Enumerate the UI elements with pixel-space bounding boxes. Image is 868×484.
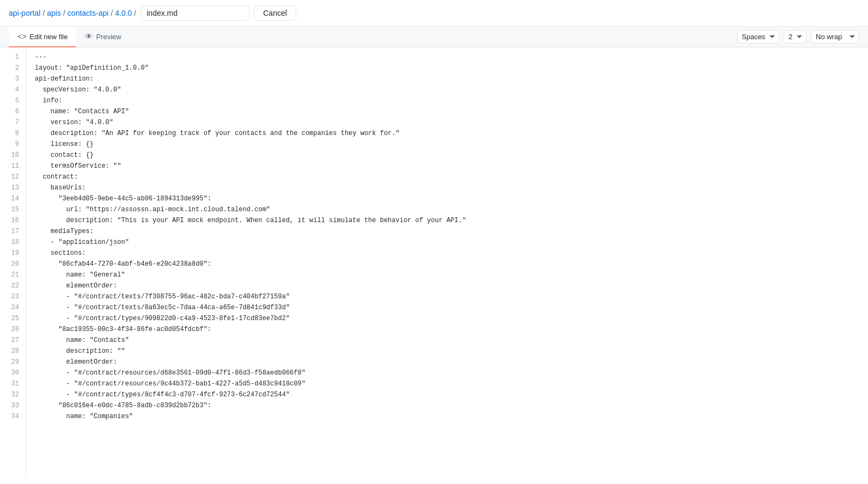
line-number: 20 (0, 259, 26, 269)
top-nav: api-portal / apis / contacts-api / 4.0.0… (0, 0, 868, 27)
code-line: specVersion: "4.0.0" (35, 84, 868, 95)
code-content[interactable]: ---layout: "apiDefinition_1.0.0"api-defi… (26, 47, 868, 478)
editor-tabs-bar: <> Edit new file 👁 Preview Spaces Tabs 2… (0, 27, 868, 47)
line-number: 29 (0, 357, 26, 367)
code-line: - "#/contract/types/909822d0-c4a9-4523-8… (35, 313, 868, 324)
tab-edit-label: Edit new file (29, 33, 68, 41)
line-number: 10 (0, 150, 26, 161)
code-line: - "#/contract/texts/8a63ec5c-7daa-44ca-a… (35, 302, 868, 313)
line-number: 1 (0, 52, 26, 63)
line-numbers: 1234567891011121314151617181920212223242… (0, 47, 26, 478)
code-line: contact: {} (35, 150, 868, 161)
code-line: mediaTypes: (35, 226, 868, 237)
code-line: - "#/contract/texts/7f308755-96ac-482c-b… (35, 291, 868, 302)
code-line: "86cfab44-7270-4abf-b4e6-e20c4238a8d0": (35, 259, 868, 269)
line-number: 34 (0, 411, 26, 422)
code-line: --- (35, 52, 868, 63)
breadcrumb-api-portal[interactable]: api-portal (9, 9, 40, 17)
wrap-select[interactable]: No wrap Soft wrap (811, 30, 859, 44)
line-number: 25 (0, 313, 26, 324)
cancel-button[interactable]: Cancel (254, 5, 296, 21)
line-number: 22 (0, 280, 26, 291)
code-line: "3eeb4d05-9ebe-44c5-ab06-1894313de995": (35, 193, 868, 204)
code-line: "86c016e4-e0dc-4785-8adb-c039d2bb72b3": (35, 400, 868, 411)
line-number: 5 (0, 95, 26, 106)
line-number: 14 (0, 193, 26, 204)
line-number: 28 (0, 346, 26, 357)
code-line: baseUrls: (35, 182, 868, 193)
code-line: sections: (35, 248, 868, 259)
breadcrumb: api-portal / apis / contacts-api / 4.0.0… (9, 9, 136, 17)
code-line: description: "" (35, 346, 868, 357)
breadcrumb-sep-1: / (42, 9, 45, 17)
code-line: - "application/json" (35, 237, 868, 248)
code-line: name: "Contacts" (35, 335, 868, 346)
line-number: 31 (0, 378, 26, 389)
line-number: 30 (0, 367, 26, 378)
editor-controls: Spaces Tabs 2 4 8 No wrap Soft wrap (737, 30, 859, 44)
tab-edit-new-file[interactable]: <> Edit new file (9, 27, 76, 47)
line-number: 11 (0, 161, 26, 171)
line-number: 12 (0, 171, 26, 182)
code-line: contract: (35, 171, 868, 182)
line-number: 6 (0, 106, 26, 117)
preview-icon: 👁 (85, 32, 93, 41)
code-line: info: (35, 95, 868, 106)
code-line: version: "4.0.0" (35, 117, 868, 128)
line-number: 33 (0, 400, 26, 411)
line-number: 15 (0, 204, 26, 215)
code-line: api-definition: (35, 73, 868, 84)
code-line: description: "This is your API mock endp… (35, 215, 868, 226)
code-line: description: "An API for keeping track o… (35, 128, 868, 139)
line-number: 8 (0, 128, 26, 139)
code-line: elementOrder: (35, 280, 868, 291)
line-number: 21 (0, 269, 26, 280)
code-line: layout: "apiDefinition_1.0.0" (35, 63, 868, 73)
line-number: 2 (0, 63, 26, 73)
breadcrumb-sep-2: / (63, 9, 65, 17)
line-number: 32 (0, 389, 26, 400)
line-number: 3 (0, 73, 26, 84)
line-number: 26 (0, 324, 26, 335)
code-line: name: "General" (35, 269, 868, 280)
code-line: elementOrder: (35, 357, 868, 367)
line-number: 17 (0, 226, 26, 237)
breadcrumb-version[interactable]: 4.0.0 (115, 9, 132, 17)
line-number: 24 (0, 302, 26, 313)
line-number: 9 (0, 139, 26, 150)
line-number: 13 (0, 182, 26, 193)
code-line: termsOfService: "" (35, 161, 868, 171)
line-number: 4 (0, 84, 26, 95)
code-line: name: "Companies" (35, 411, 868, 422)
code-line: url: "https://assossn.api-mock.int.cloud… (35, 204, 868, 215)
line-number: 27 (0, 335, 26, 346)
breadcrumb-sep-3: / (111, 9, 113, 17)
line-number: 7 (0, 117, 26, 128)
indent-type-select[interactable]: Spaces Tabs (737, 30, 779, 44)
line-number: 23 (0, 291, 26, 302)
code-line: - "#/contract/resources/9c44b372-bab1-42… (35, 378, 868, 389)
code-line: name: "Contacts API" (35, 106, 868, 117)
code-line: - "#/contract/types/8cf4f4c3-d707-4fcf-9… (35, 389, 868, 400)
line-number: 19 (0, 248, 26, 259)
filename-input[interactable] (140, 5, 249, 21)
code-line: license: {} (35, 139, 868, 150)
tab-preview[interactable]: 👁 Preview (76, 27, 130, 47)
breadcrumb-contacts-api[interactable]: contacts-api (68, 9, 108, 17)
line-number: 18 (0, 237, 26, 248)
code-brackets-icon: <> (17, 32, 26, 41)
indent-size-select[interactable]: 2 4 8 (784, 30, 806, 44)
tab-preview-label: Preview (96, 33, 121, 41)
code-line: - "#/contract/resources/d68e3561-09d0-47… (35, 367, 868, 378)
code-line: "8ac19355-00c3-4f34-86fe-ac0d054fdcbf": (35, 324, 868, 335)
breadcrumb-sep-4: / (134, 9, 136, 17)
breadcrumb-apis[interactable]: apis (47, 9, 61, 17)
code-editor[interactable]: 1234567891011121314151617181920212223242… (0, 47, 868, 478)
line-number: 16 (0, 215, 26, 226)
